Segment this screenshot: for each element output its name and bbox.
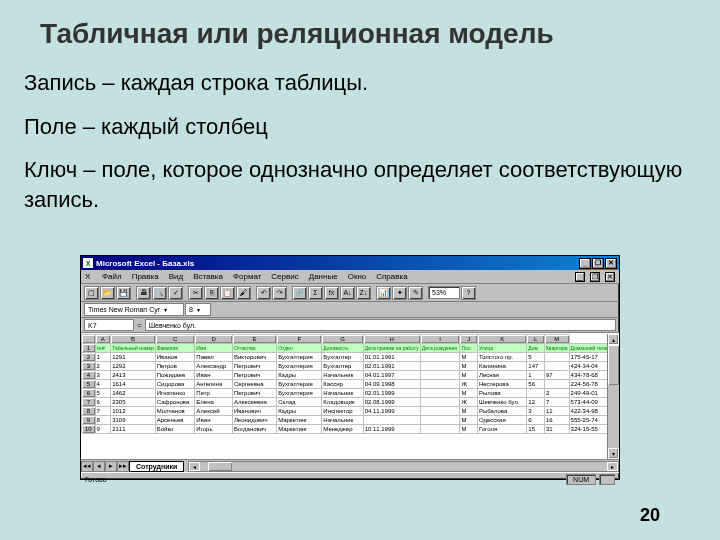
cell[interactable]: 02.01.1999 [363, 389, 420, 398]
tab-next-icon[interactable]: ▸ [105, 461, 117, 472]
row-header[interactable]: 9 [82, 416, 96, 425]
cell[interactable]: 7 [544, 398, 569, 407]
cell[interactable]: 31 [544, 425, 569, 434]
field-header-cell[interactable]: Улица [477, 344, 526, 353]
cell[interactable]: Сидорова [155, 380, 195, 389]
cell[interactable]: 1292 [111, 362, 156, 371]
cell[interactable]: Елена [195, 398, 233, 407]
field-header-cell[interactable]: Дом [527, 344, 545, 353]
help-icon[interactable]: ? [461, 286, 476, 300]
autosum-icon[interactable]: Σ [308, 286, 323, 300]
paste-icon[interactable]: 📋 [220, 286, 235, 300]
name-box[interactable]: K7 [84, 319, 134, 331]
cell[interactable]: 04.09.1998 [363, 380, 420, 389]
cell[interactable]: 04.01.1997 [363, 371, 420, 380]
cell[interactable]: Павел [195, 353, 233, 362]
cell[interactable]: Иван [195, 371, 233, 380]
copy-icon[interactable]: ⎘ [204, 286, 219, 300]
cell[interactable]: 8 [95, 416, 111, 425]
field-header-cell[interactable]: Отчество [232, 344, 276, 353]
row-header[interactable]: 1 [82, 344, 96, 353]
formula-field[interactable]: Шевченко бул. [145, 319, 616, 331]
cell[interactable]: 7 [95, 407, 111, 416]
cell[interactable]: Одесская [477, 416, 526, 425]
cell[interactable]: М [460, 362, 477, 371]
row-header[interactable]: 8 [82, 407, 96, 416]
cell[interactable]: Леонидович [232, 416, 276, 425]
format-painter-icon[interactable]: 🖌 [236, 286, 251, 300]
cell[interactable]: Калинина [477, 362, 526, 371]
menu-view[interactable]: Вид [166, 272, 186, 281]
cell[interactable]: Шевченко бул. [477, 398, 526, 407]
sheet-tab[interactable]: Сотрудники [129, 461, 184, 472]
cell[interactable]: Склад [277, 398, 322, 407]
cell[interactable]: 2305 [111, 398, 156, 407]
cell[interactable]: Петров [155, 362, 195, 371]
cell[interactable] [420, 371, 460, 380]
col-header[interactable]: B [111, 335, 156, 344]
col-header[interactable]: F [277, 335, 322, 344]
col-header[interactable] [82, 335, 96, 344]
cell[interactable]: Игнатенко [155, 389, 195, 398]
zoom-combo[interactable]: 53% [428, 286, 460, 299]
cell[interactable] [420, 407, 460, 416]
cell[interactable]: 3109 [111, 416, 156, 425]
cell[interactable] [420, 353, 460, 362]
cell[interactable]: М [460, 371, 477, 380]
cell[interactable]: Кадры [277, 407, 322, 416]
row-header[interactable]: 4 [82, 371, 96, 380]
tab-last-icon[interactable]: ▸▸ [117, 461, 129, 472]
cell[interactable]: Петрович [232, 362, 276, 371]
cell[interactable]: Богданович [232, 425, 276, 434]
cell[interactable]: 1291 [111, 353, 156, 362]
cell[interactable]: 10.11.1999 [363, 425, 420, 434]
cell[interactable]: 3 [527, 407, 545, 416]
cell[interactable]: 2 [95, 362, 111, 371]
close-button[interactable]: ✕ [605, 258, 617, 269]
menu-data[interactable]: Данные [306, 272, 341, 281]
cell[interactable]: Начальник [322, 389, 363, 398]
cell[interactable]: Рыбалова [477, 407, 526, 416]
menu-format[interactable]: Формат [230, 272, 264, 281]
cell[interactable]: Бойко [155, 425, 195, 434]
cell[interactable]: Алексей [195, 407, 233, 416]
col-header[interactable]: H [363, 335, 420, 344]
cell[interactable]: М [460, 407, 477, 416]
cell[interactable]: 147 [527, 362, 545, 371]
cell[interactable]: 1012 [111, 407, 156, 416]
cell[interactable]: 1462 [111, 389, 156, 398]
cell[interactable]: Бухгалтерия [277, 389, 322, 398]
cell[interactable]: 16 [544, 416, 569, 425]
cell[interactable]: Александр [195, 362, 233, 371]
cell[interactable]: М [460, 425, 477, 434]
cell[interactable] [544, 353, 569, 362]
scroll-left-icon[interactable]: ◂ [189, 462, 200, 471]
menu-file[interactable]: Файл [99, 272, 125, 281]
save-icon[interactable]: 💾 [116, 286, 131, 300]
cell[interactable]: Инспектор [322, 407, 363, 416]
field-header-cell[interactable]: Фамилия [155, 344, 195, 353]
cell[interactable]: Ж [460, 398, 477, 407]
row-header[interactable]: 7 [82, 398, 96, 407]
menu-help[interactable]: Справка [373, 272, 410, 281]
undo-icon[interactable]: ↶ [256, 286, 271, 300]
cell[interactable]: 11 [544, 407, 569, 416]
col-header[interactable]: C [155, 335, 195, 344]
minimize-button[interactable]: _ [579, 258, 591, 269]
field-header-cell[interactable]: Пол [460, 344, 477, 353]
row-header[interactable]: 6 [82, 389, 96, 398]
cell[interactable]: Бухгалтерия [277, 380, 322, 389]
field-header-cell[interactable]: Отдел [277, 344, 322, 353]
hscroll-thumb[interactable] [208, 462, 232, 471]
field-header-cell[interactable]: №# [95, 344, 111, 353]
cell[interactable]: Пожидаев [155, 371, 195, 380]
sort-asc-icon[interactable]: A↓ [340, 286, 355, 300]
open-icon[interactable]: 📂 [100, 286, 115, 300]
cell[interactable]: 3 [95, 371, 111, 380]
cell[interactable] [420, 425, 460, 434]
cell[interactable]: Маркетинг [277, 425, 322, 434]
cell[interactable]: Ангелина [195, 380, 233, 389]
cell[interactable]: 9 [95, 425, 111, 434]
spell-icon[interactable]: ✓ [168, 286, 183, 300]
table-row[interactable]: 432413ПожидаевИванПетровичКадрыНачальник… [82, 371, 619, 380]
